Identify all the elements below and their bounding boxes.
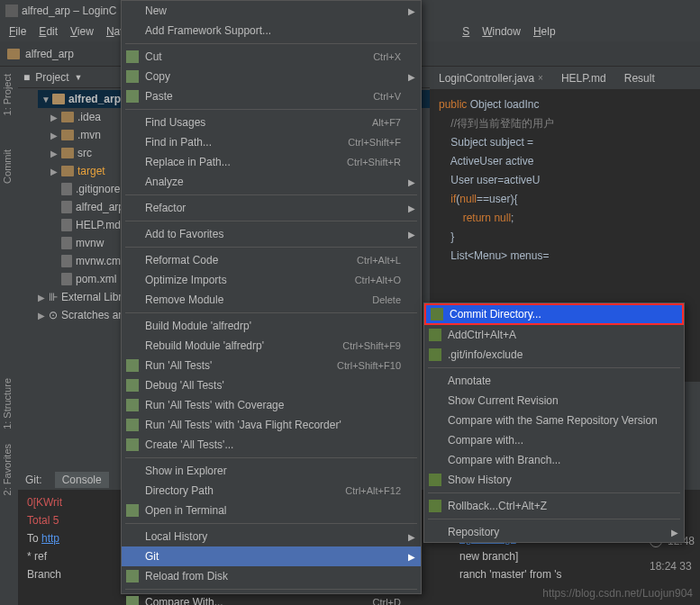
breadcrumb[interactable]: alfred_arp: [25, 48, 74, 60]
terminal-icon: [126, 504, 139, 517]
menu-replace-in-path-[interactable]: Replace in Path...Ctrl+Shift+R: [122, 152, 421, 172]
menu-rebuild-module-alfred-arp-[interactable]: Rebuild Module 'alfredrp'Ctrl+Shift+F9: [122, 336, 421, 356]
menu-debug-all-tests-[interactable]: Debug 'All Tests': [122, 375, 421, 395]
side-tab-project[interactable]: 1: Project: [0, 67, 14, 122]
menu-find-in-path-[interactable]: Find in Path...Ctrl+Shift+F: [122, 132, 421, 152]
paste-icon: [126, 90, 139, 103]
module-icon: [52, 94, 65, 104]
side-tab-favorites[interactable]: 2: Favorites: [0, 437, 14, 502]
menu-cut[interactable]: CutCtrl+X: [122, 47, 421, 67]
menu-refactor[interactable]: Refactor▶: [122, 198, 421, 218]
app-icon: [5, 5, 18, 17]
menu-add-framework-support-[interactable]: Add Framework Support...: [122, 21, 421, 41]
menu-show-in-explorer[interactable]: Show in Explorer: [122, 461, 421, 481]
menu-optimize-imports[interactable]: Optimize ImportsCtrl+Alt+O: [122, 270, 421, 290]
copy-icon: [126, 70, 139, 83]
menu-git[interactable]: Git▶: [122, 546, 421, 566]
run-icon: [126, 359, 139, 372]
git-commit-directory-[interactable]: Commit Directory...: [424, 303, 684, 325]
compare-icon: [126, 596, 139, 605]
tab-console[interactable]: Console: [55, 472, 109, 488]
history-icon: [429, 474, 441, 486]
git-compare-with-branch-[interactable]: Compare with Branch...: [424, 450, 684, 470]
exclude-icon: [429, 348, 441, 361]
code-area[interactable]: public Object loadInc //得到当前登陆的用户 Subjec…: [430, 90, 700, 271]
watermark: https://blog.csdn.net/Luojun904: [542, 587, 693, 600]
menu-local-history[interactable]: Local History▶: [122, 527, 421, 546]
menu-create-all-tests-[interactable]: Create 'All Tests'...: [122, 435, 421, 455]
tab-result[interactable]: Result: [615, 67, 664, 89]
git-submenu: Commit Directory...AddCtrl+Alt+A.git/inf…: [423, 302, 685, 543]
menu-paste[interactable]: PasteCtrl+V: [122, 86, 421, 106]
menu-s[interactable]: S: [457, 23, 475, 40]
git-show-history[interactable]: Show History: [424, 470, 684, 490]
git-repository[interactable]: Repository▶: [424, 522, 684, 542]
side-tab-structure[interactable]: 1: Structure: [0, 371, 14, 437]
rollback-icon: [429, 500, 441, 512]
jfr-icon: [126, 419, 139, 431]
menu-view[interactable]: View: [65, 23, 99, 40]
menu-reformat-code[interactable]: Reformat CodeCtrl+Alt+L: [122, 250, 421, 270]
menu-run-all-tests-with-java-flight-recorder-[interactable]: Run 'All Tests' with 'Java Flight Record…: [122, 415, 421, 435]
create-run-icon: [126, 438, 139, 451]
debug-icon: [126, 379, 139, 392]
folder-icon: [7, 49, 20, 59]
menu-run-all-tests-with-coverage[interactable]: Run 'All Tests' with Coverage: [122, 395, 421, 415]
cut-icon: [126, 50, 139, 63]
menu-edit[interactable]: Edit: [33, 23, 63, 40]
menu-open-in-terminal[interactable]: Open in Terminal: [122, 501, 421, 520]
tab-help[interactable]: HELP.md: [552, 67, 615, 89]
menu-file[interactable]: File: [4, 23, 32, 40]
git-show-current-revision: Show Current Revision: [424, 391, 684, 411]
menu-new[interactable]: New▶: [122, 1, 421, 21]
commit-icon: [431, 308, 443, 321]
editor-tabs: LoginController.java× HELP.md Result: [430, 67, 700, 90]
menu-run-all-tests-[interactable]: Run 'All Tests'Ctrl+Shift+F10: [122, 356, 421, 375]
tab-login[interactable]: LoginController.java×: [430, 67, 552, 89]
menu-remove-module[interactable]: Remove ModuleDelete: [122, 290, 421, 310]
menu-analyze[interactable]: Analyze▶: [122, 172, 421, 192]
git-compare-with-[interactable]: Compare with...: [424, 430, 684, 450]
menu-reload-from-disk[interactable]: Reload from Disk: [122, 566, 421, 586]
menu-window[interactable]: Window: [477, 23, 526, 40]
menu-copy[interactable]: Copy▶: [122, 67, 421, 86]
add-icon: [429, 329, 441, 341]
git-annotate: Annotate: [424, 371, 684, 391]
coverage-icon: [126, 399, 139, 411]
git-add[interactable]: AddCtrl+Alt+A: [424, 325, 684, 345]
git-rollback-[interactable]: Rollback...Ctrl+Alt+Z: [424, 496, 684, 516]
title-text: alfred_arp – LoginC: [22, 5, 116, 17]
menu-build-module-alfred-arp-[interactable]: Build Module 'alfredrp': [122, 316, 421, 336]
left-gutter: 1: Project Commit 1: Structure 2: Favori…: [0, 67, 18, 445]
menu-help[interactable]: Help: [528, 23, 561, 40]
git-compare-with-the-same-repository-version: Compare with the Same Repository Version: [424, 411, 684, 430]
menu-compare-with-[interactable]: Compare With...Ctrl+D: [122, 592, 421, 605]
git--git-info-exclude[interactable]: .git/info/exclude: [424, 345, 684, 365]
context-menu: New▶Add Framework Support...CutCtrl+XCop…: [121, 0, 422, 594]
menu-find-usages[interactable]: Find UsagesAlt+F7: [122, 113, 421, 132]
close-icon[interactable]: ×: [538, 73, 543, 83]
arrow-icon: ▼: [41, 95, 49, 104]
menu-directory-path[interactable]: Directory PathCtrl+Alt+F12: [122, 481, 421, 501]
menu-add-to-favorites[interactable]: Add to Favorites▶: [122, 224, 421, 244]
reload-icon: [126, 570, 139, 582]
side-tab-commit[interactable]: Commit: [0, 142, 14, 191]
